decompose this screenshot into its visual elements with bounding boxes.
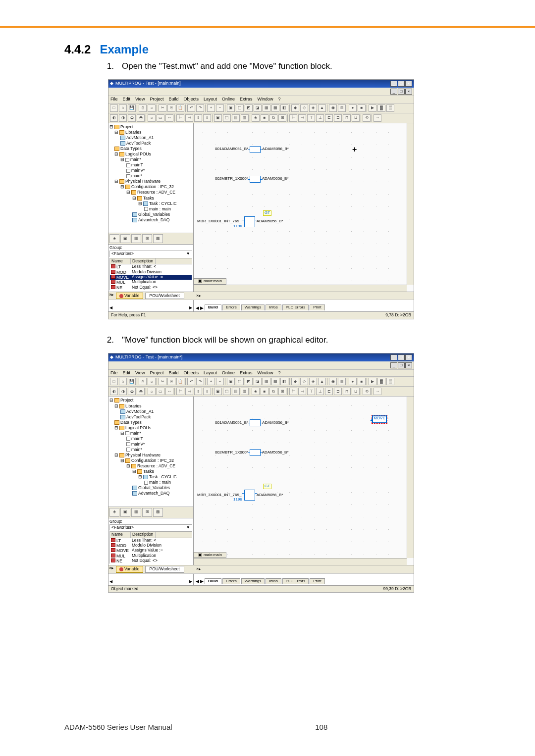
t2-k[interactable]: ⫾: [203, 114, 211, 122]
t2-u[interactable]: ⊣: [298, 388, 306, 395]
tree-mainmain[interactable]: main : main: [149, 480, 171, 485]
tool-zoomin[interactable]: +: [207, 378, 215, 385]
menu-online[interactable]: Online: [222, 371, 235, 376]
t2-o[interactable]: ▥: [241, 114, 249, 122]
tree-physical[interactable]: Physical Hardware: [125, 453, 160, 458]
tool-n[interactable]: ●: [349, 378, 357, 385]
menu-window[interactable]: Window: [258, 371, 273, 376]
t2-w[interactable]: ⊥: [316, 114, 324, 122]
tool-h[interactable]: ◆: [291, 378, 299, 385]
split-handle-icon[interactable]: ×▸: [109, 293, 114, 299]
t2-j[interactable]: ⫿: [194, 388, 202, 395]
fb-block-1[interactable]: 001ADAM5051_B*ADAM5056_B*: [214, 419, 290, 426]
tool-preview[interactable]: ⌕: [148, 378, 156, 385]
t2-o[interactable]: ▥: [241, 388, 249, 395]
menu-extras[interactable]: Extras: [240, 97, 253, 102]
move-function-block[interactable]: MOVE: [372, 415, 387, 423]
tool-b[interactable]: ▢: [236, 104, 244, 112]
t2-ab[interactable]: ⟲: [363, 114, 371, 122]
tree-globalvars[interactable]: Global_Variables: [138, 485, 170, 491]
tree-mainmain[interactable]: main : main: [149, 206, 171, 212]
menu-extras[interactable]: Extras: [240, 371, 253, 376]
project-tree[interactable]: ⊟Project ⊟Libraries AdvMotion_A1 AdvTool…: [108, 123, 193, 233]
tab-errors[interactable]: Errors: [222, 304, 240, 310]
tree-maint[interactable]: mainT: [131, 162, 143, 168]
t2-j[interactable]: ⫿: [194, 114, 202, 122]
t2-g[interactable]: ↔: [165, 388, 173, 395]
tab-warnings[interactable]: Warnings: [241, 304, 265, 310]
tool-redo[interactable]: ↷: [196, 378, 204, 385]
t2-t[interactable]: ⊢: [289, 114, 297, 122]
tree-advdaq[interactable]: Advantech_DAQ: [138, 217, 169, 223]
tab-scroll-left-icon[interactable]: ◀: [196, 579, 199, 584]
tab-scroll-left-icon[interactable]: ◀: [196, 306, 199, 310]
tab-print[interactable]: Print: [310, 578, 324, 584]
tool-q[interactable]: ▓: [377, 104, 385, 112]
t2-v[interactable]: ⊤: [307, 114, 315, 122]
menu-objects[interactable]: Objects: [183, 371, 199, 376]
tool-l[interactable]: ◉: [329, 378, 337, 385]
tool-open[interactable]: ⌂: [119, 104, 127, 112]
menu-project[interactable]: Project: [150, 371, 163, 376]
mini-c[interactable]: ▦: [131, 508, 141, 517]
scroll-right-icon[interactable]: ▶: [189, 580, 192, 584]
tree-resource[interactable]: Resource : ADV_CE: [137, 463, 175, 469]
tree-logicalpous[interactable]: Logical POUs: [125, 425, 151, 431]
editor-canvas[interactable]: 001ADAM5051_B*ADAM5056_B* 002MBTR_1X000*…: [194, 397, 414, 565]
tree-libraries[interactable]: Libraries: [125, 130, 142, 135]
fb-row-ne[interactable]: NENot Equal: <>: [110, 285, 192, 290]
col-name[interactable]: Name: [110, 532, 131, 537]
t2-z[interactable]: ⊓: [343, 388, 351, 395]
t2-v[interactable]: ⊤: [307, 388, 315, 395]
tool-r[interactable]: ▒: [386, 104, 394, 112]
t2-n[interactable]: ▤: [232, 388, 240, 395]
t2-f[interactable]: ▭: [157, 388, 164, 395]
mini-c[interactable]: ▦: [131, 234, 141, 243]
menu-view[interactable]: View: [135, 97, 145, 102]
tree-main[interactable]: main*: [130, 157, 141, 162]
tool-preview[interactable]: ⌕: [148, 104, 156, 112]
t2-y[interactable]: ⊐: [334, 388, 342, 395]
maximize-button[interactable]: □: [398, 81, 405, 87]
tree-project[interactable]: Project: [120, 124, 133, 130]
minimize-button[interactable]: _: [390, 354, 397, 360]
scroll-left-icon[interactable]: ◀: [109, 306, 112, 310]
fb-block-2[interactable]: 002MBTR_1X000*ADAM5056_B*: [214, 176, 290, 183]
variable-tab[interactable]: Variable: [116, 293, 143, 299]
tool-copy[interactable]: ⎘: [167, 378, 175, 385]
tool-p[interactable]: ▶: [369, 378, 376, 385]
tool-q[interactable]: ▓: [377, 378, 385, 385]
tool-undo[interactable]: ↶: [187, 104, 195, 112]
tool-undo[interactable]: ↶: [187, 378, 195, 385]
tree-main2[interactable]: main*: [131, 447, 142, 453]
tool-zoomout[interactable]: −: [216, 104, 224, 112]
scroll-left-icon[interactable]: ◀: [109, 580, 112, 584]
tool-zoomin[interactable]: +: [207, 104, 215, 112]
maximize-button[interactable]: □: [398, 354, 405, 360]
variable-tab[interactable]: Variable: [116, 566, 143, 572]
t2-l[interactable]: ▣: [214, 388, 222, 395]
menu-online[interactable]: Online: [222, 97, 235, 102]
menu-build[interactable]: Build: [168, 371, 178, 376]
split-handle-icon[interactable]: ×▸: [196, 294, 201, 298]
t2-d[interactable]: ◓: [137, 388, 145, 395]
t2-b[interactable]: ◑: [119, 388, 127, 395]
fb-row-lt[interactable]: LTLess Than: <: [110, 264, 192, 269]
tool-new[interactable]: □: [110, 104, 118, 112]
t2-d[interactable]: ◓: [137, 114, 145, 122]
tree-main2[interactable]: main*: [131, 173, 142, 179]
tool-paste[interactable]: 📋: [176, 378, 184, 385]
t2-aa[interactable]: ⊔: [352, 388, 360, 395]
t2-w[interactable]: ⊥: [316, 388, 324, 395]
mini-e[interactable]: ▩: [153, 234, 163, 243]
t2-i[interactable]: ⊣: [185, 388, 193, 395]
mini-b[interactable]: ▣: [120, 508, 130, 517]
menu-layout[interactable]: Layout: [204, 97, 217, 102]
tree-datatypes[interactable]: Data Types: [120, 420, 142, 425]
t2-e[interactable]: ⌕: [148, 388, 156, 395]
child-minimize-button[interactable]: _: [390, 362, 397, 368]
t2-m[interactable]: ▢: [223, 388, 231, 395]
scrollbar-vertical[interactable]: [407, 397, 414, 558]
t2-c[interactable]: ◒: [128, 114, 136, 122]
t2-h[interactable]: ⊢: [176, 388, 184, 395]
